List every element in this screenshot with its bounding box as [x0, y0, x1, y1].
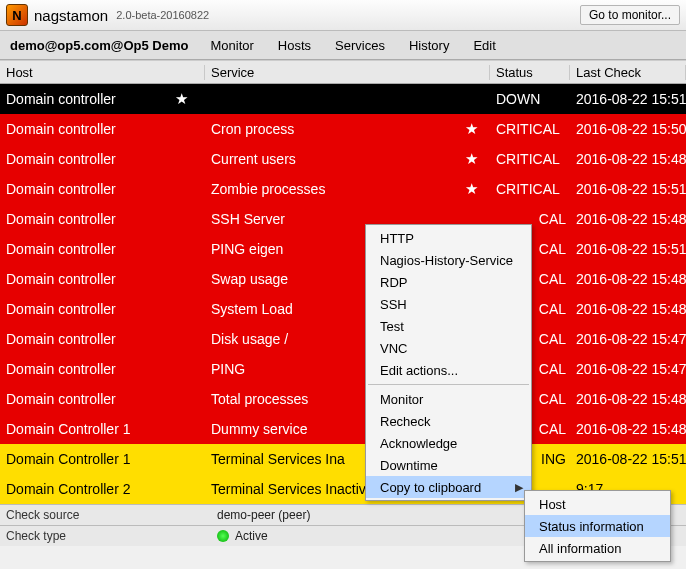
context-menu: HTTP Nagios-History-Service RDP SSH Test…: [365, 224, 532, 501]
cell-host: Domain controller: [0, 121, 205, 137]
status-rows: Domain controllerDOWN2016-08-22 15:51:23…: [0, 84, 686, 504]
ctx-rdp[interactable]: RDP: [366, 271, 531, 293]
col-host[interactable]: Host: [0, 65, 205, 80]
context-submenu: Host Status information All information: [524, 490, 671, 562]
ctx-copy-label: Copy to clipboard: [380, 480, 481, 495]
status-row[interactable]: Domain controllerTotal processesCAL2016-…: [0, 384, 686, 414]
ctx-nagios-history[interactable]: Nagios-History-Service: [366, 249, 531, 271]
check-type-text: Active: [235, 529, 268, 543]
cell-host: Domain Controller 1: [0, 451, 205, 467]
ctx-edit-actions[interactable]: Edit actions...: [366, 359, 531, 381]
cell-status: CRITICAL: [490, 151, 570, 167]
star-icon: ★: [465, 120, 478, 138]
star-icon: ★: [175, 90, 188, 108]
ctx-copy-all-info[interactable]: All information: [525, 537, 670, 559]
ctx-separator: [368, 384, 529, 385]
status-row[interactable]: Domain Controller 1Terminal Services Ina…: [0, 444, 686, 474]
cell-host: Domain controller: [0, 241, 205, 257]
menu-bar: demo@op5.com@Op5 Demo Monitor Hosts Serv…: [0, 31, 686, 60]
cell-status: CRITICAL: [490, 181, 570, 197]
menu-history[interactable]: History: [397, 38, 461, 53]
cell-host: Domain controller: [0, 331, 205, 347]
app-logo: N: [6, 4, 28, 26]
col-status[interactable]: Status: [490, 65, 570, 80]
cell-host: Domain controller: [0, 361, 205, 377]
cell-service: Current users: [205, 151, 490, 167]
ctx-monitor[interactable]: Monitor: [366, 388, 531, 410]
cell-last-check: 2016-08-22 15:48:03: [570, 211, 686, 227]
status-row[interactable]: Domain controllerDisk usage /CAL2016-08-…: [0, 324, 686, 354]
cell-host: Domain controller: [0, 211, 205, 227]
status-row[interactable]: Domain controllerPING eigenCAL2016-08-22…: [0, 234, 686, 264]
cell-status: DOWN: [490, 91, 570, 107]
cell-last-check: 2016-08-22 15:47:56: [570, 331, 686, 347]
cell-host: Domain controller: [0, 151, 205, 167]
col-service[interactable]: Service: [205, 65, 490, 80]
cell-host: Domain controller: [0, 301, 205, 317]
ctx-copy-clipboard[interactable]: Copy to clipboard ▶: [366, 476, 531, 498]
status-row[interactable]: Domain controllerSwap usageCAL2016-08-22…: [0, 264, 686, 294]
goto-monitor-button[interactable]: Go to monitor...: [580, 5, 680, 25]
detail-label: Check source: [0, 508, 211, 522]
col-last-check[interactable]: Last Check: [570, 65, 686, 80]
status-ok-icon: [217, 530, 229, 542]
cell-host: Domain controller: [0, 181, 205, 197]
cell-last-check: 2016-08-22 15:48:08: [570, 421, 686, 437]
status-row[interactable]: Domain controllerZombie processesCRITICA…: [0, 174, 686, 204]
star-icon: ★: [465, 180, 478, 198]
server-label[interactable]: demo@op5.com@Op5 Demo: [0, 38, 199, 53]
cell-last-check: 2016-08-22 15:47:48: [570, 361, 686, 377]
ctx-recheck[interactable]: Recheck: [366, 410, 531, 432]
column-headers: Host Service Status Last Check: [0, 60, 686, 84]
menu-services[interactable]: Services: [323, 38, 397, 53]
status-row[interactable]: Domain controllerSSH ServerCAL2016-08-22…: [0, 204, 686, 234]
status-row[interactable]: Domain controllerPINGCAL2016-08-22 15:47…: [0, 354, 686, 384]
cell-last-check: 2016-08-22 15:51:23: [570, 91, 686, 107]
menu-edit[interactable]: Edit: [461, 38, 507, 53]
cell-service: Zombie processes: [205, 181, 490, 197]
ctx-test[interactable]: Test: [366, 315, 531, 337]
status-row[interactable]: Domain controllerCurrent usersCRITICAL20…: [0, 144, 686, 174]
cell-host: Domain controller: [0, 271, 205, 287]
cell-last-check: 2016-08-22 15:48:23: [570, 301, 686, 317]
cell-status: CRITICAL: [490, 121, 570, 137]
app-version: 2.0-beta-20160822: [116, 9, 209, 21]
ctx-downtime[interactable]: Downtime: [366, 454, 531, 476]
ctx-acknowledge[interactable]: Acknowledge: [366, 432, 531, 454]
cell-host: Domain Controller 2: [0, 481, 205, 497]
menu-monitor[interactable]: Monitor: [199, 38, 266, 53]
cell-last-check: 2016-08-22 15:50:41: [570, 121, 686, 137]
app-title: nagstamon: [34, 7, 108, 24]
submenu-arrow-icon: ▶: [515, 481, 523, 494]
title-bar: N nagstamon 2.0-beta-20160822 Go to moni…: [0, 0, 686, 31]
cell-last-check: 2016-08-22 15:51:20: [570, 181, 686, 197]
star-icon: ★: [465, 150, 478, 168]
status-row[interactable]: Domain controllerDOWN2016-08-22 15:51:23…: [0, 84, 686, 114]
ctx-copy-status-info[interactable]: Status information: [525, 515, 670, 537]
cell-last-check: 2016-08-22 15:51:09: [570, 451, 686, 467]
ctx-vnc[interactable]: VNC: [366, 337, 531, 359]
status-row[interactable]: Domain Controller 1Dummy serviceCAL2016-…: [0, 414, 686, 444]
cell-last-check: 2016-08-22 15:48:23: [570, 151, 686, 167]
ctx-copy-host[interactable]: Host: [525, 493, 670, 515]
cell-last-check: 2016-08-22 15:48:08: [570, 391, 686, 407]
cell-host: Domain Controller 1: [0, 421, 205, 437]
menu-hosts[interactable]: Hosts: [266, 38, 323, 53]
detail-label: Check type: [0, 529, 211, 543]
status-row[interactable]: Domain controllerCron processCRITICAL201…: [0, 114, 686, 144]
cell-host: Domain controller: [0, 391, 205, 407]
ctx-ssh[interactable]: SSH: [366, 293, 531, 315]
status-row[interactable]: Domain controllerSystem LoadCAL2016-08-2…: [0, 294, 686, 324]
ctx-http[interactable]: HTTP: [366, 227, 531, 249]
cell-last-check: 2016-08-22 15:51:04: [570, 241, 686, 257]
cell-service: Cron process: [205, 121, 490, 137]
cell-last-check: 2016-08-22 15:48:53: [570, 271, 686, 287]
